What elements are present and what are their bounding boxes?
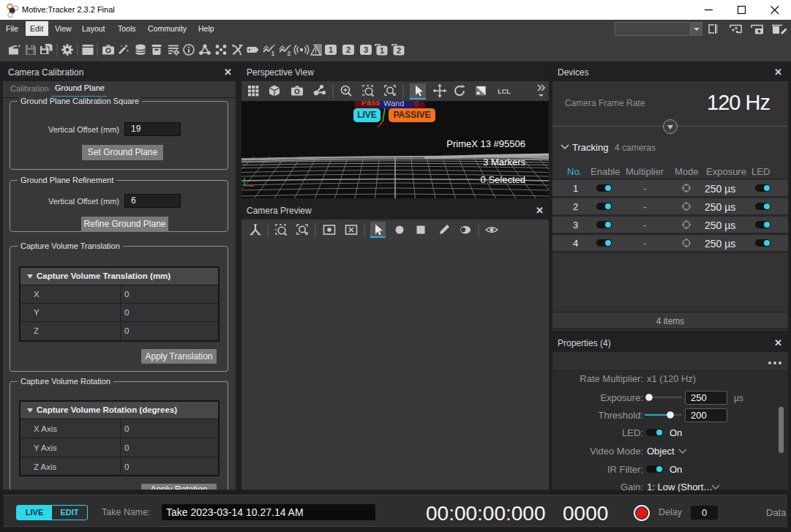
svg-text:2: 2 <box>397 46 401 55</box>
svg-text:1: 1 <box>380 46 384 55</box>
svg-text:1: 1 <box>329 45 333 54</box>
svg-text:2: 2 <box>288 50 291 57</box>
svg-text:3: 3 <box>364 45 368 54</box>
svg-text:1: 1 <box>271 50 275 57</box>
svg-text:LCL: LCL <box>498 88 511 95</box>
svg-text:2: 2 <box>346 45 350 54</box>
